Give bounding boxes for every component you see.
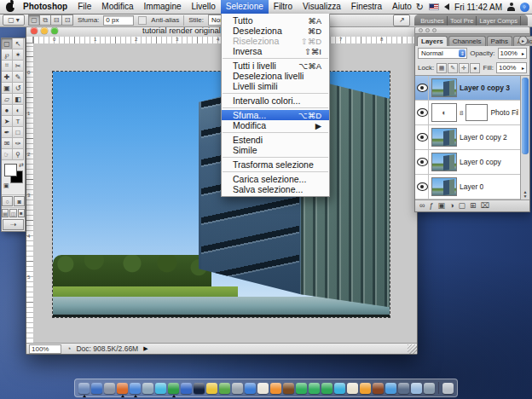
dock-app-icon-25[interactable] [385,383,396,394]
layer-row-layer-0-copy[interactable]: Layer 0 copy [415,150,520,175]
palette-close-button[interactable] [419,28,423,32]
layer-row-layer-0-copy-2[interactable]: Layer 0 copy 2 [415,125,520,150]
layer-row-layer-0-copy-3[interactable]: Layer 0 copy 3 [415,76,520,101]
menu-item-deseleziona[interactable]: Deseleziona⌘D [222,26,329,36]
new-layer-icon[interactable]: ⊞ [470,202,477,210]
dock-app-icon-11[interactable] [206,383,217,394]
menubar-item-aiuto[interactable]: Aiuto [387,0,417,14]
menubar-item-photoshop[interactable]: Photoshop [18,0,72,14]
dock-app-icon-22[interactable] [347,383,358,394]
menu-item-riseleziona[interactable]: Riseleziona⇧⌘D [222,36,329,46]
brush-tool[interactable]: ✎ [13,72,24,83]
blend-mode-select[interactable]: Normal ⇕ [418,48,467,59]
feather-input[interactable]: 0 px [103,15,134,26]
rectangular-marquee-tool[interactable]: ▢ [2,38,13,49]
dodge-tool[interactable]: ◐ [13,105,24,116]
dock-app-icon-23[interactable] [360,383,371,394]
menubar-item-filtro[interactable]: Filtro [269,0,298,14]
dock-app-icon-6[interactable] [142,383,153,394]
well-tab-tool-pre[interactable]: Tool Pre [448,16,477,26]
dock-app-icon-3[interactable] [104,383,115,394]
foreground-color-swatch[interactable] [4,164,17,176]
menu-item-salva-selezione[interactable]: Salva selezione... [222,184,329,194]
lock-all-icon[interactable]: ● [470,63,480,73]
new-selection-button[interactable]: ▢ [28,14,40,26]
edit-in-imageready-button[interactable]: ⇢ [3,219,24,230]
intersect-selection-button[interactable]: ⊡ [61,14,73,26]
lasso-tool[interactable]: ℘ [2,49,13,61]
screen-mode-button-1[interactable]: ◫ [9,209,16,217]
zoom-level-input[interactable]: 100% [29,344,61,354]
menubar-item-selezione[interactable]: Selezione [221,0,269,14]
dock-app-icon-1[interactable] [78,383,90,394]
palette-tab-channels[interactable]: Channels [448,36,486,46]
layer-thumbnail[interactable] [431,177,457,196]
menu-item-tutto[interactable]: Tutto⌘A [222,15,329,26]
sync-icon[interactable]: ↻ [416,3,424,11]
dock-app-icon-24[interactable] [373,383,384,394]
dock-app-icon-14[interactable] [245,383,256,394]
menu-item-livelli-simili[interactable]: Livelli simili [222,81,329,91]
add-to-selection-button[interactable]: ⧉ [39,14,51,26]
apple-menu-icon[interactable] [6,3,14,12]
lock-position-icon[interactable]: ✛ [459,63,469,73]
layer-style-icon[interactable]: ƒ [429,202,433,210]
screen-mode-button-0[interactable]: ▤ [2,209,9,217]
gradient-tool[interactable]: ◧ [13,94,24,105]
swap-colors-icon[interactable]: ⇄ [19,162,24,169]
zoom-button[interactable] [51,27,58,34]
move-tool[interactable]: ↖ [13,38,24,49]
menubar-item-file[interactable]: File [72,0,96,14]
adjustment-layer-thumbnail[interactable]: ◐ [431,103,457,122]
subtract-from-selection-button[interactable]: ⊟ [50,14,62,26]
menubar-item-modifica[interactable]: Modifica [96,0,138,14]
palette-minimize-button[interactable] [425,28,430,32]
user-switch-icon[interactable] [507,3,515,11]
screen-mode-button-2[interactable]: ■ [18,209,25,217]
status-popup-arrow-icon[interactable]: ▶ [143,345,147,352]
link-layers-icon[interactable]: ∞ [419,202,425,210]
dock-app-icon-10[interactable] [194,383,205,394]
well-tab-brushes[interactable]: Brushes [418,16,448,26]
opacity-input[interactable]: 100% ▸ [498,48,527,59]
layer-mask-icon[interactable]: ▣ [437,202,445,210]
layer-thumbnail[interactable] [431,128,457,147]
palette-tab-paths[interactable]: Paths [487,36,512,46]
layer-row-photo-filte[interactable]: ◐8Photo Filte... [415,101,520,125]
menubar-item-livello[interactable]: Livello [187,0,221,14]
dock-app-icon-9[interactable] [181,383,192,394]
menubar-item-immagine[interactable]: Immagine [139,0,187,14]
blur-tool[interactable]: ● [2,105,13,116]
palette-scrollbar[interactable]: ▲▼ [520,76,529,200]
quick-mask-button-1[interactable]: ◙ [14,196,25,206]
dock-app-icon-21[interactable] [334,383,345,394]
quick-mask-button-0[interactable]: ○ [2,196,13,206]
clone-stamp-tool[interactable]: ▣ [2,83,13,94]
menu-item-sfuma[interactable]: Sfuma...⌥⌘D [222,110,329,120]
dock-app-icon-4[interactable] [117,383,128,394]
dock-app-icon-2[interactable] [91,383,102,394]
dock-app-icon-18[interactable] [296,383,307,394]
menu-item-simile[interactable]: Simile [222,145,329,155]
dock-app-icon-28[interactable] [424,383,435,394]
dock-app-icon-17[interactable] [283,383,294,394]
slice-tool[interactable]: ✂ [13,61,24,72]
palette-menu-icon[interactable]: ▸ [518,36,528,45]
input-language-flag-icon[interactable] [429,3,439,10]
go-to-bridge-button[interactable]: ↗ [393,14,410,26]
lock-image-icon[interactable]: ✎ [448,63,458,73]
dock-app-icon-16[interactable] [270,383,281,394]
dock-app-icon-12[interactable] [219,383,230,394]
layer-mask-thumbnail[interactable] [466,104,488,121]
layer-thumbnail[interactable] [431,153,457,171]
layer-thumbnail[interactable] [431,78,457,97]
default-colors-icon[interactable]: ▣ [3,182,9,189]
menu-item-inversa[interactable]: Inversa⇧⌘I [222,46,329,56]
resize-grip[interactable] [408,344,417,354]
type-tool[interactable]: T [13,116,24,127]
eyedropper-tool[interactable]: ✑ [13,138,24,149]
trash-icon[interactable] [442,383,454,394]
dock-app-icon-15[interactable] [257,383,269,394]
layer-row-layer-0[interactable]: Layer 0 [415,175,520,200]
dock-app-icon-7[interactable] [155,383,166,394]
